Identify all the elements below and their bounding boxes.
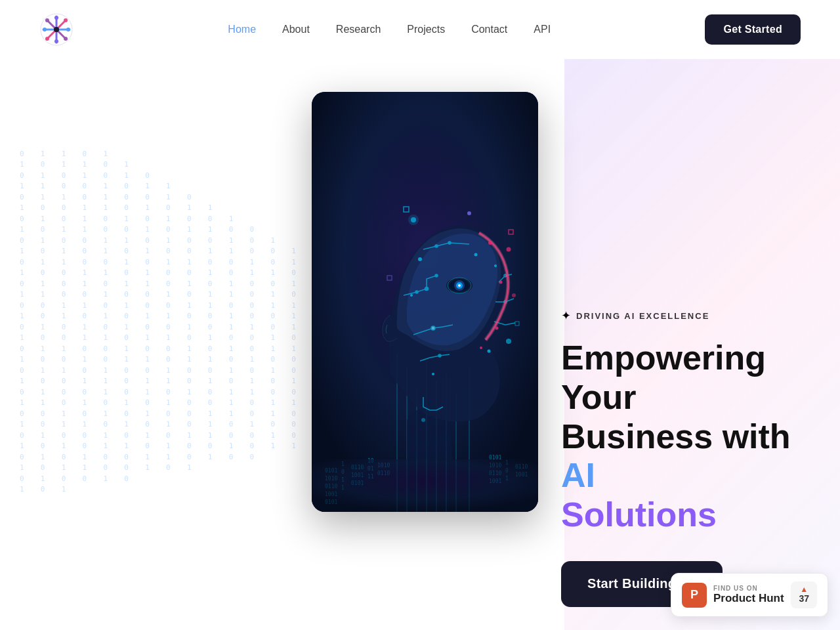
svg-point-79 (512, 293, 516, 297)
hero-image: 01011010011010010101 1011 011010010101 1… (312, 92, 538, 512)
svg-point-50 (435, 245, 438, 247)
nav-item-projects[interactable]: Projects (407, 24, 445, 35)
ph-logo-icon: P (682, 583, 707, 608)
svg-point-51 (448, 242, 451, 244)
svg-point-70 (432, 373, 434, 375)
svg-rect-86 (312, 459, 538, 512)
svg-point-13 (54, 27, 59, 32)
svg-point-69 (488, 350, 491, 353)
svg-point-56 (438, 354, 441, 357)
svg-point-65 (418, 257, 422, 261)
hero-heading-part1: Empowering YourBusiness with (561, 339, 791, 455)
navbar: Home About Research Projects Contact API… (0, 0, 840, 59)
main-content: 0 1 1 0 1 1 0 1 1 0 1 0 1 0 1 0 1 0 1 1 … (0, 59, 840, 630)
svg-point-72 (499, 281, 503, 284)
svg-point-74 (480, 346, 482, 349)
nav-item-api[interactable]: API (534, 24, 551, 35)
logo[interactable] (39, 12, 74, 47)
svg-point-54 (435, 274, 438, 277)
badge-icon: ✦ (561, 308, 571, 323)
hero-ai-word: AI (561, 456, 595, 494)
ph-votes: ▲ 37 (791, 581, 817, 608)
svg-point-5 (54, 16, 58, 20)
svg-point-71 (488, 241, 492, 245)
svg-point-55 (431, 326, 435, 330)
ph-name: Product Hunt (713, 592, 784, 605)
svg-point-77 (467, 211, 471, 215)
get-started-button[interactable]: Get Started (705, 14, 801, 45)
svg-point-11 (64, 18, 68, 22)
svg-point-81 (421, 418, 425, 422)
svg-point-52 (415, 291, 418, 293)
binary-pattern: 0 1 1 0 1 1 0 1 1 0 1 0 1 0 1 0 1 0 1 1 … (0, 125, 315, 506)
product-hunt-badge[interactable]: P FIND US ON Product Hunt ▲ 37 (671, 573, 828, 617)
svg-point-68 (410, 294, 413, 297)
start-building-label: Start Building (587, 576, 676, 591)
badge-text: DRIVING AI EXCELLENCE (576, 311, 709, 321)
svg-point-67 (494, 264, 497, 267)
ph-vote-count: 37 (799, 593, 809, 604)
svg-point-76 (408, 215, 419, 225)
hero-content: ✦ DRIVING AI EXCELLENCE Empowering YourB… (561, 308, 810, 607)
ph-arrow-icon: ▲ (800, 585, 808, 593)
svg-point-9 (45, 18, 49, 22)
nav-item-research[interactable]: Research (336, 24, 381, 35)
binary-background: 0 1 1 0 1 1 0 1 1 0 1 0 1 0 1 0 1 0 1 1 … (0, 125, 315, 584)
hero-heading: Empowering YourBusiness with AISolutions (561, 339, 810, 535)
svg-point-66 (474, 253, 478, 257)
svg-point-78 (507, 247, 511, 252)
nav-item-contact[interactable]: Contact (471, 24, 507, 35)
nav-item-about[interactable]: About (282, 24, 310, 35)
ph-find-text: FIND US ON (713, 585, 784, 592)
svg-point-8 (66, 28, 70, 32)
svg-point-63 (458, 284, 461, 287)
ph-text: FIND US ON Product Hunt (713, 585, 784, 605)
svg-point-73 (495, 327, 499, 330)
svg-point-53 (425, 287, 429, 291)
hero-badge: ✦ DRIVING AI EXCELLENCE (561, 308, 810, 323)
svg-point-12 (45, 37, 49, 41)
svg-point-7 (43, 28, 47, 32)
svg-point-80 (506, 339, 511, 344)
nav-links: Home About Research Projects Contact API (228, 24, 551, 35)
nav-item-home[interactable]: Home (228, 24, 256, 35)
svg-point-10 (64, 37, 68, 41)
hero-solutions-word: Solutions (561, 495, 717, 534)
svg-point-6 (54, 39, 58, 43)
